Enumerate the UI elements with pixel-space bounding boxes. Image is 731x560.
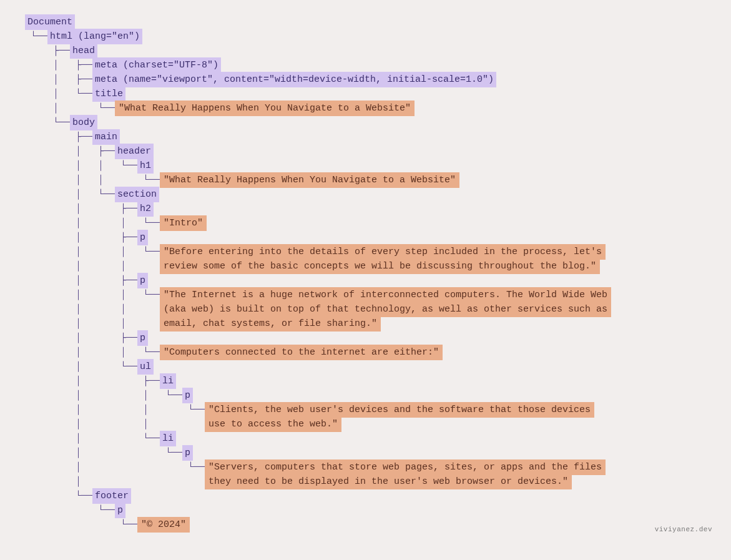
tree-branch-segment: │ — [70, 403, 92, 417]
tree-branch-segment — [70, 503, 92, 518]
text-node: they need to be displayed in the user's … — [205, 474, 572, 489]
tree-row: │ └── p — [25, 446, 706, 460]
tree-row: │ ├── header — [25, 144, 706, 159]
tree-branch-segment — [25, 202, 47, 216]
tree-row: │ │ └── p — [25, 388, 706, 403]
tree-branch-segment: ├── — [70, 130, 92, 144]
tree-branch-segment — [47, 460, 70, 474]
tree-branch-segment — [25, 130, 47, 144]
tree-branch-segment — [47, 489, 70, 503]
tree-row: └── body — [25, 115, 706, 130]
tree-row: │ │ └── "Clients, the web user's devices… — [25, 403, 706, 417]
tree-branch-segment: └── — [182, 460, 205, 474]
text-node: "Intro" — [160, 215, 207, 231]
tree-row: │ └── "What Really Happens When You Navi… — [25, 101, 706, 115]
tree-branch-segment — [70, 101, 92, 115]
tree-branch-segment — [47, 317, 70, 331]
tree-row: │ │ └── "Computers connected to the inte… — [25, 345, 706, 360]
tree-branch-segment: │ — [92, 159, 115, 173]
tree-branch-segment — [137, 259, 160, 273]
tree-branch-segment — [47, 187, 70, 202]
element-tag: p — [137, 230, 148, 245]
tree-branch-segment: └── — [25, 29, 47, 44]
tree-branch-segment — [160, 474, 182, 489]
tree-branch-segment — [115, 374, 137, 388]
tree-row: ├── main — [25, 130, 706, 144]
tree-row: └── "© 2024" — [25, 518, 706, 532]
tree-branch-segment — [115, 173, 137, 187]
tree-branch-segment: └── — [70, 87, 92, 101]
tree-branch-segment: │ — [115, 317, 137, 331]
tree-branch-segment: └── — [92, 503, 115, 518]
tree-branch-segment: │ — [70, 259, 92, 273]
tree-branch-segment — [47, 388, 70, 403]
tree-branch-segment — [25, 302, 47, 317]
tree-branch-segment — [47, 518, 70, 532]
tree-branch-segment: │ — [70, 317, 92, 331]
tree-branch-segment: │ — [70, 388, 92, 403]
tree-row: │ they need to be displayed in the user'… — [25, 474, 706, 489]
tree-branch-segment — [115, 403, 137, 417]
tree-branch-segment: │ — [70, 144, 92, 159]
tree-branch-segment — [25, 460, 47, 474]
text-node: "Computers connected to the internet are… — [160, 345, 443, 360]
tree-branch-segment: │ — [70, 245, 92, 259]
element-tag: h1 — [137, 158, 154, 174]
tree-branch-segment — [25, 72, 47, 87]
tree-branch-segment — [47, 403, 70, 417]
text-node: "The Internet is a huge network of inter… — [160, 287, 611, 303]
tree-row: │ ├── p — [25, 331, 706, 345]
tree-branch-segment: └── — [115, 360, 137, 374]
tree-branch-segment: └── — [137, 345, 160, 360]
tree-branch-segment — [25, 331, 47, 345]
tree-branch-segment — [115, 431, 137, 446]
tree-branch-segment — [92, 259, 115, 273]
tree-branch-segment — [115, 474, 137, 489]
tree-row: │ │ review some of the basic concepts we… — [25, 259, 706, 273]
tree-row: │ ├── meta (name="viewport", content="wi… — [25, 72, 706, 87]
element-tag: p — [137, 273, 148, 288]
tree-branch-segment: │ — [70, 331, 92, 345]
tree-row: │ ├── p — [25, 273, 706, 288]
tree-branch-segment — [25, 446, 47, 460]
tree-branch-segment: │ — [115, 288, 137, 302]
text-node: "What Really Happens When You Navigate t… — [160, 172, 459, 188]
tree-branch-segment — [92, 374, 115, 388]
tree-branch-segment: ├── — [115, 202, 137, 216]
tree-branch-segment: │ — [70, 273, 92, 288]
tree-row: └── p — [25, 503, 706, 518]
tree-branch-segment: │ — [115, 216, 137, 230]
text-node: email, chat systems, or file sharing." — [160, 316, 381, 332]
tree-branch-segment: │ — [137, 388, 160, 403]
tree-branch-segment: └── — [115, 518, 137, 532]
dom-tree-diagram: Document └── html (lang="en") ├── head │… — [25, 15, 706, 532]
tree-branch-segment: └── — [70, 489, 92, 503]
tree-branch-segment — [47, 202, 70, 216]
tree-branch-segment — [92, 518, 115, 532]
tree-branch-segment — [25, 245, 47, 259]
tree-branch-segment: ├── — [137, 374, 160, 388]
element-tag: section — [115, 187, 159, 202]
tree-branch-segment — [25, 388, 47, 403]
tree-branch-segment — [92, 417, 115, 431]
tree-branch-segment — [115, 417, 137, 431]
tree-branch-segment — [92, 403, 115, 417]
tree-row: │ │ use to access the web." — [25, 417, 706, 431]
tree-branch-segment — [25, 317, 47, 331]
element-tag: body — [70, 115, 97, 130]
tree-row: │ ├── p — [25, 230, 706, 245]
element-tag: Document — [25, 14, 75, 30]
tree-branch-segment — [92, 202, 115, 216]
tree-branch-segment: └── — [137, 288, 160, 302]
tree-branch-segment — [47, 159, 70, 173]
tree-branch-segment — [47, 474, 70, 489]
element-tag: meta (name="viewport", content="width=de… — [92, 72, 496, 87]
text-node: "Clients, the web user's devices and the… — [205, 402, 594, 418]
tree-branch-segment — [25, 216, 47, 230]
tree-branch-segment — [47, 259, 70, 273]
tree-row: │ └── li — [25, 431, 706, 446]
tree-branch-segment — [25, 417, 47, 431]
tree-branch-segment — [70, 518, 92, 532]
tree-row: └── html (lang="en") — [25, 29, 706, 44]
tree-branch-segment — [160, 417, 182, 431]
